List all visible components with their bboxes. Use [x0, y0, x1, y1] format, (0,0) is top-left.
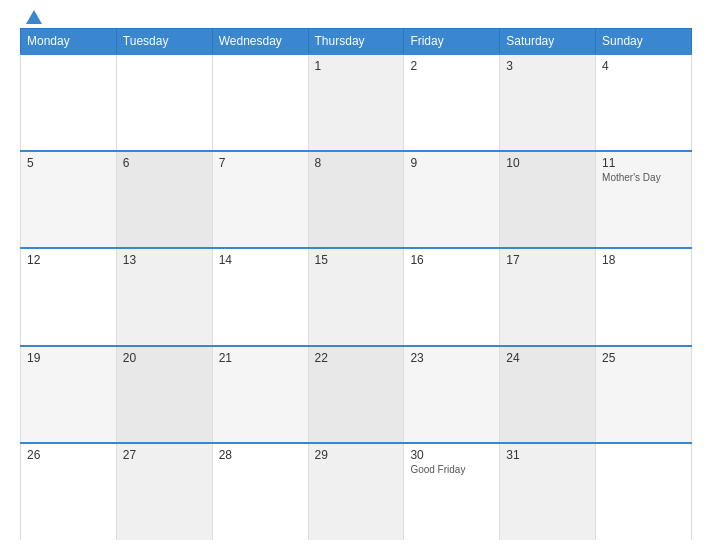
- day-number: 17: [506, 253, 589, 267]
- day-number: 12: [27, 253, 110, 267]
- day-cell: 28: [212, 443, 308, 540]
- day-cell: 5: [21, 151, 117, 248]
- day-number: 4: [602, 59, 685, 73]
- day-cell: 4: [596, 54, 692, 151]
- header-col-wednesday: Wednesday: [212, 29, 308, 55]
- day-cell: 17: [500, 248, 596, 345]
- day-cell: 6: [116, 151, 212, 248]
- day-number: 29: [315, 448, 398, 462]
- day-number: 26: [27, 448, 110, 462]
- day-cell: 12: [21, 248, 117, 345]
- day-cell: 3: [500, 54, 596, 151]
- day-number: 5: [27, 156, 110, 170]
- day-number: 19: [27, 351, 110, 365]
- day-number: 27: [123, 448, 206, 462]
- day-number: 8: [315, 156, 398, 170]
- week-row-4: 19202122232425: [21, 346, 692, 443]
- day-cell: 24: [500, 346, 596, 443]
- day-cell: 23: [404, 346, 500, 443]
- event-label: Good Friday: [410, 464, 493, 475]
- day-number: 6: [123, 156, 206, 170]
- day-cell: 8: [308, 151, 404, 248]
- day-cell: 18: [596, 248, 692, 345]
- logo-triangle-icon: [26, 10, 42, 24]
- day-number: 11: [602, 156, 685, 170]
- header-row: MondayTuesdayWednesdayThursdayFridaySatu…: [21, 29, 692, 55]
- day-cell: [116, 54, 212, 151]
- day-number: 18: [602, 253, 685, 267]
- day-number: 3: [506, 59, 589, 73]
- day-cell: 21: [212, 346, 308, 443]
- day-number: 9: [410, 156, 493, 170]
- logo: [20, 10, 46, 24]
- header-col-thursday: Thursday: [308, 29, 404, 55]
- day-number: 25: [602, 351, 685, 365]
- top-bar: [20, 10, 692, 24]
- day-cell: 13: [116, 248, 212, 345]
- day-cell: 11Mother's Day: [596, 151, 692, 248]
- day-cell: 2: [404, 54, 500, 151]
- day-cell: [21, 54, 117, 151]
- calendar-table: MondayTuesdayWednesdayThursdayFridaySatu…: [20, 28, 692, 540]
- day-number: 31: [506, 448, 589, 462]
- day-number: 10: [506, 156, 589, 170]
- day-cell: 9: [404, 151, 500, 248]
- day-number: 16: [410, 253, 493, 267]
- week-row-1: 1234: [21, 54, 692, 151]
- day-number: 28: [219, 448, 302, 462]
- day-cell: 30Good Friday: [404, 443, 500, 540]
- day-cell: [212, 54, 308, 151]
- day-number: 21: [219, 351, 302, 365]
- day-cell: 10: [500, 151, 596, 248]
- day-cell: [596, 443, 692, 540]
- day-cell: 29: [308, 443, 404, 540]
- day-cell: 15: [308, 248, 404, 345]
- header-col-saturday: Saturday: [500, 29, 596, 55]
- day-cell: 31: [500, 443, 596, 540]
- day-number: 24: [506, 351, 589, 365]
- day-number: 13: [123, 253, 206, 267]
- day-cell: 14: [212, 248, 308, 345]
- day-number: 2: [410, 59, 493, 73]
- day-cell: 7: [212, 151, 308, 248]
- day-cell: 16: [404, 248, 500, 345]
- week-row-5: 2627282930Good Friday31: [21, 443, 692, 540]
- day-cell: 25: [596, 346, 692, 443]
- day-number: 7: [219, 156, 302, 170]
- day-cell: 27: [116, 443, 212, 540]
- header-col-monday: Monday: [21, 29, 117, 55]
- day-cell: 20: [116, 346, 212, 443]
- day-number: 14: [219, 253, 302, 267]
- day-number: 15: [315, 253, 398, 267]
- day-number: 23: [410, 351, 493, 365]
- day-number: 1: [315, 59, 398, 73]
- week-row-3: 12131415161718: [21, 248, 692, 345]
- week-row-2: 567891011Mother's Day: [21, 151, 692, 248]
- header-col-friday: Friday: [404, 29, 500, 55]
- day-cell: 1: [308, 54, 404, 151]
- day-number: 30: [410, 448, 493, 462]
- event-label: Mother's Day: [602, 172, 685, 183]
- day-cell: 19: [21, 346, 117, 443]
- day-cell: 22: [308, 346, 404, 443]
- header-col-sunday: Sunday: [596, 29, 692, 55]
- day-number: 22: [315, 351, 398, 365]
- day-cell: 26: [21, 443, 117, 540]
- header-col-tuesday: Tuesday: [116, 29, 212, 55]
- day-number: 20: [123, 351, 206, 365]
